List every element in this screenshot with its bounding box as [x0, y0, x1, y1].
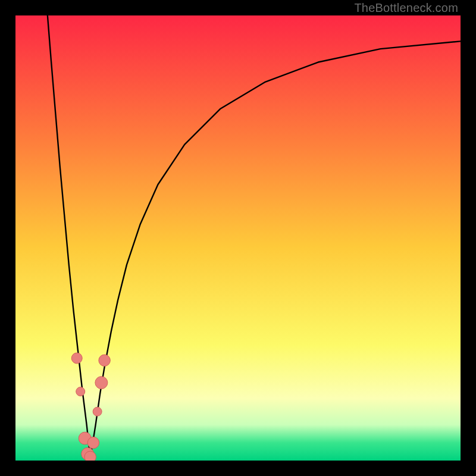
- data-marker: [87, 437, 99, 448]
- data-marker: [84, 451, 96, 461]
- data-marker: [95, 377, 108, 389]
- data-marker: [71, 353, 82, 364]
- bottleneck-chart: [15, 15, 461, 461]
- data-marker: [99, 355, 110, 366]
- data-marker: [76, 387, 85, 396]
- plot-area: [15, 15, 461, 461]
- watermark-text: TheBottleneck.com: [354, 1, 458, 15]
- data-marker: [93, 407, 102, 416]
- chart-frame: TheBottleneck.com: [0, 0, 476, 476]
